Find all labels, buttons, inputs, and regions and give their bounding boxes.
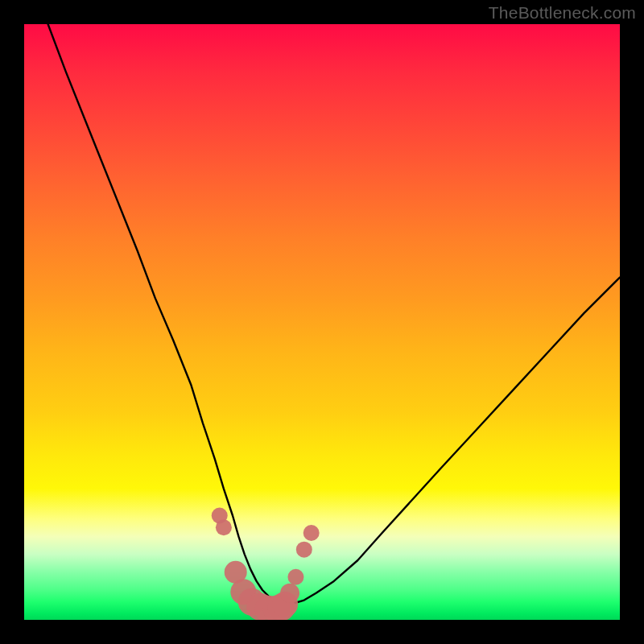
plot-area	[24, 24, 620, 620]
bottleneck-curve	[48, 24, 620, 604]
optimal-marker	[296, 542, 312, 558]
watermark-text: TheBottleneck.com	[489, 3, 636, 23]
optimal-marker	[216, 519, 232, 535]
optimal-marker	[287, 569, 303, 585]
optimal-marker	[303, 525, 320, 541]
optimal-marker	[280, 584, 299, 603]
chart-svg	[24, 24, 620, 620]
curve-layer	[48, 24, 620, 604]
marker-layer	[212, 508, 320, 621]
chart-frame: TheBottleneck.com	[0, 0, 644, 644]
